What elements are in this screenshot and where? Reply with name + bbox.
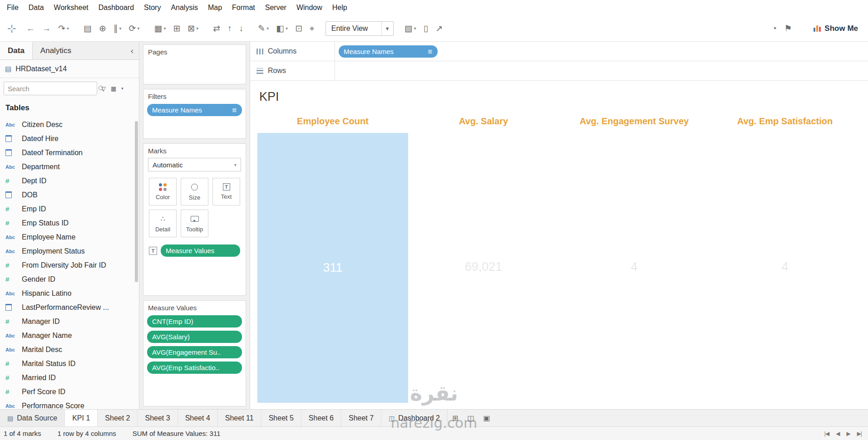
menu-item-story[interactable]: Story: [139, 1, 166, 14]
toolbar-back-button[interactable]: ←: [23, 21, 39, 36]
toolbar-undo-redo-button[interactable]: ↷▾: [54, 20, 73, 36]
toolbar-mark-labels-button[interactable]: ◧▾: [272, 20, 291, 36]
toolbar-show-hide-cards-button[interactable]: ▧▾: [401, 20, 420, 36]
marks-size-button[interactable]: Size: [181, 178, 208, 205]
field-married-id[interactable]: #Married ID: [0, 371, 139, 385]
column-header[interactable]: Avg. Emp Satisfaction: [710, 111, 860, 131]
field-perf-score-id[interactable]: #Perf Score ID: [0, 385, 139, 399]
toolbar-duplicate-sheet-button[interactable]: ⊞: [169, 20, 184, 36]
field-manager-id[interactable]: #Manager ID: [0, 314, 139, 328]
field-dob[interactable]: DOB: [0, 188, 139, 202]
pill-avg-emp-satisfactio[interactable]: AVG(Emp Satisfactio..: [147, 362, 242, 374]
toolbar-share-workbook-button[interactable]: ↗: [432, 20, 446, 36]
menu-item-analysis[interactable]: Analysis: [166, 1, 203, 14]
field-manager-name[interactable]: AbcManager Name: [0, 328, 139, 342]
prev-sheet-icon[interactable]: ◀: [836, 430, 839, 437]
menu-item-map[interactable]: Map: [203, 1, 227, 14]
view-toggle-icon[interactable]: ▦: [110, 84, 117, 93]
next-sheet-icon[interactable]: ▶: [846, 430, 850, 437]
menu-item-file[interactable]: File: [2, 1, 24, 14]
field-marital-status-id[interactable]: #Marital Status ID: [0, 357, 139, 371]
column-header[interactable]: Employee Count: [257, 111, 408, 131]
field-marital-desc[interactable]: AbcMarital Desc: [0, 342, 139, 357]
pill-measure-names[interactable]: Measure Names≣: [339, 45, 438, 58]
field-gender-id[interactable]: #Gender ID: [0, 272, 139, 286]
toolbar-pause-auto-updates-button[interactable]: ∥▾: [110, 20, 125, 36]
toolbar-sort-descending-button[interactable]: ↓: [236, 21, 247, 36]
tableau-logo-icon[interactable]: ⊹: [5, 22, 23, 35]
pill-measure-names[interactable]: Measure Names≣: [147, 104, 242, 116]
field-from-diversity-job-fair-id[interactable]: #From Diversity Job Fair ID: [0, 258, 139, 272]
search-box[interactable]: [4, 82, 97, 95]
first-sheet-icon[interactable]: |◀: [824, 430, 829, 437]
new-dashboard-tab-button[interactable]: ◫: [463, 410, 478, 426]
tab-data[interactable]: Data: [0, 42, 33, 59]
fit-selector[interactable]: Entire View ▼: [326, 21, 394, 36]
marks-detail-button[interactable]: ∴Detail: [149, 210, 177, 237]
field-employee-name[interactable]: AbcEmployee Name: [0, 230, 139, 244]
rows-shelf-body[interactable]: [335, 61, 868, 80]
sheet-tab-sheet-7[interactable]: Sheet 7: [341, 410, 381, 426]
menu-item-worksheet[interactable]: Worksheet: [49, 1, 94, 14]
chevron-down-icon[interactable]: ▼: [381, 22, 393, 35]
new-story-tab-button[interactable]: ▣: [479, 410, 495, 426]
toolbar-swap-rows-columns-button[interactable]: ⇄: [209, 20, 224, 36]
field-dateof-termination[interactable]: Dateof Termination: [0, 146, 139, 160]
toolbar-new-worksheet-button[interactable]: ▦▾: [150, 20, 169, 36]
marks-tooltip-button[interactable]: Tooltip: [181, 210, 208, 237]
show-me-button[interactable]: Show Me: [808, 21, 863, 36]
tab-analytics[interactable]: Analytics: [33, 42, 79, 59]
columns-shelf-body[interactable]: Measure Names≣: [335, 42, 868, 61]
menu-item-data[interactable]: Data: [24, 1, 49, 14]
new-worksheet-tab-button[interactable]: ⊞: [448, 410, 463, 426]
field-employment-status[interactable]: AbcEmployment Status: [0, 244, 139, 258]
field-list-scrollbar[interactable]: [135, 121, 138, 282]
toolbar-highlight-button[interactable]: ✎▾: [254, 20, 272, 36]
column-header[interactable]: Avg. Salary: [408, 111, 559, 131]
sheet-tab-data-source[interactable]: ▤Data Source: [0, 410, 65, 426]
field-citizen-desc[interactable]: AbcCitizen Desc: [0, 117, 139, 132]
sheet-tab-kpi-1[interactable]: KPI 1: [65, 410, 98, 426]
selected-bar-mark[interactable]: 311: [257, 133, 408, 403]
toolbar-refresh-data-button[interactable]: ⟳▾: [125, 20, 143, 36]
sheet-tab-sheet-11[interactable]: Sheet 11: [218, 410, 261, 426]
mark-type-select[interactable]: Automatic ▾: [148, 158, 241, 171]
pill-avg-engagement-su[interactable]: AVG(Engagement Su..: [147, 346, 242, 358]
field-lastperformancereview[interactable]: LastPerformanceReview ...: [0, 300, 139, 314]
search-input[interactable]: [8, 85, 98, 93]
menu-item-server[interactable]: Server: [260, 1, 291, 14]
toolbar-forward-button[interactable]: →: [39, 21, 54, 36]
sheet-title[interactable]: KPI: [250, 81, 868, 111]
toolbar-notifications-button[interactable]: ◔: [768, 21, 780, 36]
field-dept-id[interactable]: #Dept ID: [0, 174, 139, 188]
sheet-tab-sheet-3[interactable]: Sheet 3: [138, 410, 178, 426]
toolbar-fix-axes-button[interactable]: ⊡: [291, 20, 306, 36]
view-toggle-caret-icon[interactable]: ▾: [120, 85, 124, 92]
field-hispanic-latino[interactable]: AbcHispanic Latino: [0, 286, 139, 300]
last-sheet-icon[interactable]: ▶|: [857, 430, 862, 437]
sheet-tab-sheet-4[interactable]: Sheet 4: [178, 410, 218, 426]
menu-item-format[interactable]: Format: [227, 1, 260, 14]
sheet-tab-dashboard-2[interactable]: ◫Dashboard 2: [381, 410, 448, 426]
field-department[interactable]: AbcDepartment: [0, 160, 139, 174]
sheet-tab-sheet-5[interactable]: Sheet 5: [261, 410, 301, 426]
marks-text-button[interactable]: TText: [212, 178, 240, 205]
toolbar-save-button[interactable]: ▤: [80, 20, 95, 36]
menu-item-window[interactable]: Window: [291, 1, 327, 14]
datasource-row[interactable]: ▤ HRDataset_v14: [0, 60, 139, 78]
toolbar-presentation-mode-button[interactable]: ▯: [420, 20, 432, 36]
column-header[interactable]: Avg. Engagement Survey: [559, 111, 710, 131]
sheet-tab-sheet-6[interactable]: Sheet 6: [301, 410, 341, 426]
pill-measure-values[interactable]: Measure Values: [161, 244, 240, 257]
toolbar-add-data-source-button[interactable]: ⊕: [95, 20, 110, 36]
marks-color-button[interactable]: Color: [149, 178, 177, 205]
menu-item-help[interactable]: Help: [327, 1, 352, 14]
field-emp-status-id[interactable]: #Emp Status ID: [0, 216, 139, 230]
toolbar-clear-sheet-button[interactable]: ⊠▾: [184, 20, 202, 36]
pill-cnt-emp-id[interactable]: CNT(Emp ID): [147, 315, 242, 328]
field-performance-score[interactable]: AbcPerformance Score: [0, 399, 139, 409]
field-emp-id[interactable]: #Emp ID: [0, 202, 139, 216]
sheet-tab-sheet-2[interactable]: Sheet 2: [98, 410, 138, 426]
pill-avg-salary[interactable]: AVG(Salary): [147, 331, 242, 343]
toolbar-sort-ascending-button[interactable]: ↑: [224, 21, 236, 36]
